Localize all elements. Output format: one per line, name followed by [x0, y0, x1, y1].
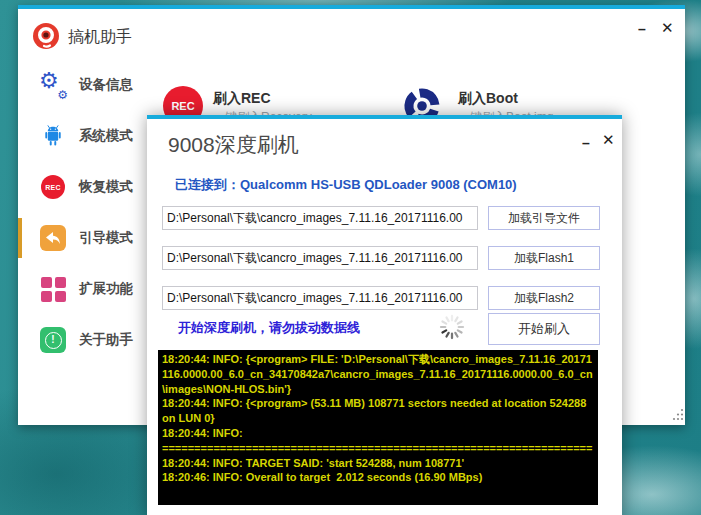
sidebar-item-label: 关于助手: [79, 331, 133, 349]
log-line: ========================================…: [162, 441, 594, 456]
flash1-path-input[interactable]: [162, 246, 478, 270]
sidebar-item-label: 引导模式: [79, 229, 133, 247]
sidebar-item-device-info[interactable]: ⚙⚙ 设备信息: [18, 65, 168, 105]
flashing-status-text: 开始深度刷机，请勿拔动数据线: [178, 319, 360, 337]
deep-flash-dialog: 9008深度刷机 – ✕ 已连接到：Qualcomm HS-USB QDLoad…: [147, 115, 622, 515]
log-line: 18:20:44: INFO: TARGET SAID: 'start 5242…: [162, 456, 594, 471]
rec-icon: REC: [39, 173, 67, 201]
log-line: 18:20:44: INFO: {<program> (53.11 MB) 10…: [162, 396, 594, 426]
action-title: 刷入Boot: [458, 90, 518, 108]
sidebar-item-extended-functions[interactable]: 扩展功能: [18, 269, 168, 309]
load-flash2-button[interactable]: 加载Flash2: [488, 286, 600, 310]
close-icon[interactable]: ✕: [602, 132, 615, 147]
grid-icon: [39, 275, 67, 303]
back-arrow-icon: [39, 224, 67, 252]
sidebar-item-label: 设备信息: [79, 76, 133, 94]
boot-file-path-input[interactable]: [162, 206, 478, 230]
app-title: 搞机助手: [68, 27, 132, 48]
load-flash1-button[interactable]: 加载Flash1: [488, 246, 600, 270]
exclamation-icon: !: [39, 326, 67, 354]
minimize-icon[interactable]: –: [582, 136, 590, 150]
sidebar-item-system-mode[interactable]: 系统模式: [18, 116, 168, 156]
app-logo-icon: [32, 22, 60, 50]
start-flash-button[interactable]: 开始刷入: [488, 313, 600, 345]
load-boot-file-button[interactable]: 加载引导文件: [488, 206, 600, 230]
log-line: 18:20:46: INFO: Overall to target 2.012 …: [162, 470, 594, 485]
sidebar-item-label: 恢复模式: [79, 178, 133, 196]
resize-grip[interactable]: [672, 407, 684, 421]
android-icon: [39, 122, 67, 150]
log-line: 18:20:44: INFO:: [162, 426, 594, 441]
action-title: 刷入REC: [213, 90, 271, 108]
loading-spinner-icon: [438, 313, 466, 341]
minimize-icon[interactable]: –: [638, 22, 646, 36]
sidebar-item-about[interactable]: ! 关于助手: [18, 320, 168, 360]
sidebar-item-recovery-mode[interactable]: REC 恢复模式: [18, 167, 168, 207]
sidebar-item-label: 系统模式: [79, 127, 133, 145]
log-line: 18:20:44: INFO: {<program> FILE: 'D:\Per…: [162, 352, 594, 396]
sidebar-item-boot-mode[interactable]: 引导模式: [18, 218, 168, 258]
connected-device-label: 已连接到：Qualcomm HS-USB QDLoader 9008 (COM1…: [175, 176, 517, 194]
dialog-title: 9008深度刷机: [168, 131, 299, 159]
flash2-path-input[interactable]: [162, 286, 478, 310]
sidebar-item-label: 扩展功能: [79, 280, 133, 298]
close-icon[interactable]: ✕: [661, 20, 674, 35]
log-console[interactable]: 18:20:44: INFO: {<program> FILE: 'D:\Per…: [158, 350, 598, 505]
gears-icon: ⚙⚙: [39, 71, 67, 99]
